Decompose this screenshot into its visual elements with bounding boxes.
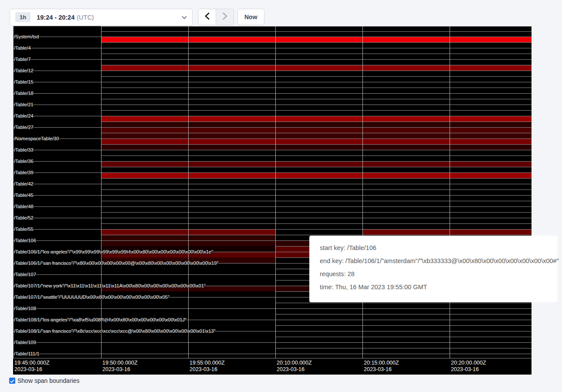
heatmap-cell[interactable]: [188, 184, 275, 189]
heatmap-cell[interactable]: [362, 48, 450, 54]
heatmap-cell[interactable]: [275, 303, 362, 308]
heatmap-cell[interactable]: [362, 127, 450, 133]
heatmap-cell[interactable]: [450, 110, 532, 116]
heatmap-cell[interactable]: [450, 178, 532, 184]
heatmap-cell[interactable]: [275, 48, 362, 54]
heatmap-cell[interactable]: [188, 155, 275, 161]
heatmap-cell[interactable]: [101, 337, 188, 342]
heatmap-cell[interactable]: [275, 144, 362, 150]
heatmap-cell[interactable]: [362, 93, 450, 99]
heatmap-cell[interactable]: [450, 195, 532, 201]
heatmap-cell[interactable]: [188, 54, 275, 59]
heatmap-cell[interactable]: [275, 71, 362, 76]
heatmap-cell[interactable]: [450, 212, 532, 218]
heatmap-cell[interactable]: [188, 212, 275, 218]
heatmap-cell[interactable]: [188, 59, 275, 65]
heatmap-cell[interactable]: [362, 320, 450, 325]
heatmap-cell[interactable]: [362, 110, 450, 116]
heatmap-cell[interactable]: [275, 314, 362, 320]
heatmap-row[interactable]: [13, 172, 532, 178]
heatmap-cell[interactable]: [362, 82, 450, 88]
heatmap-cell[interactable]: [362, 71, 450, 76]
heatmap-cell[interactable]: [362, 42, 450, 48]
heatmap-cell[interactable]: [450, 184, 532, 189]
heatmap-row[interactable]: [13, 76, 532, 82]
heatmap-cell[interactable]: [450, 54, 532, 59]
heatmap-cell[interactable]: [275, 308, 362, 314]
heatmap-cell[interactable]: [101, 184, 188, 189]
heatmap-cell[interactable]: [450, 48, 532, 54]
heatmap-cell[interactable]: [101, 161, 188, 167]
heatmap-cell[interactable]: [362, 155, 450, 161]
key-visualizer-heatmap[interactable]: /System/tsd/Table/4/Table/7/Table/12/Tab…: [13, 26, 532, 375]
heatmap-cell[interactable]: [275, 37, 362, 42]
heatmap-cell[interactable]: [101, 88, 188, 93]
heatmap-cell[interactable]: [450, 308, 532, 314]
heatmap-cell[interactable]: [450, 337, 532, 342]
heatmap-cell[interactable]: [101, 65, 188, 71]
heatmap-cell[interactable]: [275, 189, 362, 195]
heatmap-cell[interactable]: [101, 212, 188, 218]
heatmap-cell[interactable]: [101, 54, 188, 59]
heatmap-cell[interactable]: [188, 274, 275, 280]
heatmap-cell[interactable]: [188, 314, 275, 320]
heatmap-cell[interactable]: [101, 155, 188, 161]
heatmap-cell[interactable]: [188, 201, 275, 206]
heatmap-row[interactable]: [13, 155, 532, 161]
heatmap-cell[interactable]: [101, 82, 188, 88]
heatmap-cell[interactable]: [275, 88, 362, 93]
heatmap-cell[interactable]: [362, 354, 450, 358]
heatmap-cell[interactable]: [101, 189, 188, 195]
heatmap-cell[interactable]: [101, 218, 188, 223]
heatmap-cell[interactable]: [275, 206, 362, 212]
heatmap-cell[interactable]: [450, 229, 532, 235]
heatmap-cell[interactable]: [450, 206, 532, 212]
heatmap-cell[interactable]: [362, 223, 450, 229]
heatmap-cell[interactable]: [450, 122, 532, 127]
heatmap-row[interactable]: [13, 99, 532, 105]
heatmap-cell[interactable]: [275, 139, 362, 144]
heatmap-cell[interactable]: [101, 229, 188, 235]
heatmap-cell[interactable]: [101, 150, 188, 155]
heatmap-row[interactable]: [13, 82, 532, 88]
heatmap-cell[interactable]: [101, 274, 188, 280]
heatmap-cell[interactable]: [275, 93, 362, 99]
heatmap-cell[interactable]: [450, 133, 532, 139]
show-span-boundaries-checkbox[interactable]: [9, 378, 15, 384]
heatmap-cell[interactable]: [188, 218, 275, 223]
heatmap-row[interactable]: [13, 42, 532, 48]
heatmap-row[interactable]: [13, 167, 532, 172]
heatmap-cell[interactable]: [450, 76, 532, 82]
heatmap-cell[interactable]: [188, 172, 275, 178]
heatmap-cell[interactable]: [362, 65, 450, 71]
heatmap-cell[interactable]: [275, 31, 362, 37]
heatmap-cell[interactable]: [101, 269, 188, 274]
prev-time-button[interactable]: [198, 9, 216, 25]
heatmap-cell[interactable]: [101, 71, 188, 76]
heatmap-cell[interactable]: [188, 99, 275, 105]
heatmap-cell[interactable]: [450, 116, 532, 122]
heatmap-cell[interactable]: [362, 303, 450, 308]
heatmap-cell[interactable]: [362, 212, 450, 218]
heatmap-cell[interactable]: [101, 195, 188, 201]
heatmap-cell[interactable]: [188, 235, 275, 240]
heatmap-cell[interactable]: [450, 189, 532, 195]
heatmap-cell[interactable]: [188, 144, 275, 150]
heatmap-row[interactable]: [13, 308, 532, 314]
heatmap-cell[interactable]: [450, 31, 532, 37]
heatmap-cell[interactable]: [188, 82, 275, 88]
heatmap-cell[interactable]: [188, 195, 275, 201]
heatmap-row[interactable]: [13, 354, 532, 358]
heatmap-cell[interactable]: [275, 201, 362, 206]
heatmap-cell[interactable]: [101, 354, 188, 358]
heatmap-cell[interactable]: [275, 325, 362, 331]
heatmap-cell[interactable]: [188, 37, 275, 42]
heatmap-cell[interactable]: [101, 110, 188, 116]
heatmap-cell[interactable]: [275, 59, 362, 65]
heatmap-cell[interactable]: [275, 161, 362, 167]
heatmap-cell[interactable]: [188, 297, 275, 303]
heatmap-row[interactable]: [13, 212, 532, 218]
heatmap-cell[interactable]: [188, 93, 275, 99]
heatmap-cell[interactable]: [362, 161, 450, 167]
heatmap-cell[interactable]: [101, 308, 188, 314]
